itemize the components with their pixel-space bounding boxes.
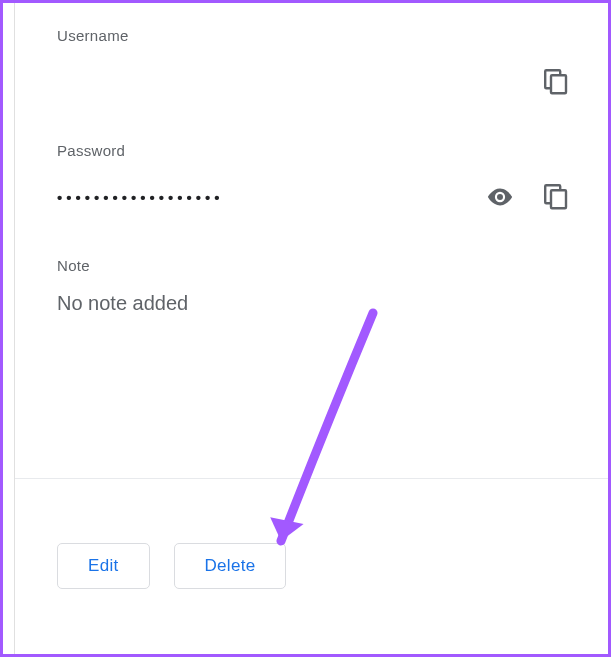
password-detail-panel: Username Password ••••••••••••••••••: [0, 0, 611, 657]
eye-icon: [486, 187, 514, 207]
username-icon-group: [542, 68, 570, 96]
button-row: Edit Delete: [57, 543, 286, 589]
edit-button[interactable]: Edit: [57, 543, 150, 589]
copy-username-button[interactable]: [542, 68, 570, 96]
username-field-group: Username: [57, 27, 570, 110]
password-field-group: Password ••••••••••••••••••: [57, 142, 570, 225]
svg-rect-1: [551, 75, 566, 93]
copy-password-button[interactable]: [542, 183, 570, 211]
show-password-button[interactable]: [486, 183, 514, 211]
note-field-group: Note No note added: [57, 257, 570, 315]
left-edge-line: [14, 3, 15, 654]
username-label: Username: [57, 27, 570, 44]
username-row: [57, 54, 570, 110]
note-value: No note added: [57, 292, 570, 315]
svg-point-3: [497, 194, 503, 200]
svg-marker-7: [267, 517, 304, 544]
svg-rect-5: [551, 190, 566, 208]
password-row: ••••••••••••••••••: [57, 169, 570, 225]
copy-icon: [544, 184, 568, 210]
note-label: Note: [57, 257, 570, 274]
password-value: ••••••••••••••••••: [57, 189, 486, 206]
annotation-arrow: [253, 303, 393, 583]
password-icon-group: [486, 183, 570, 211]
delete-button[interactable]: Delete: [174, 543, 287, 589]
password-label: Password: [57, 142, 570, 159]
divider-line: [15, 478, 608, 479]
content-area: Username Password ••••••••••••••••••: [3, 3, 608, 315]
copy-icon: [544, 69, 568, 95]
